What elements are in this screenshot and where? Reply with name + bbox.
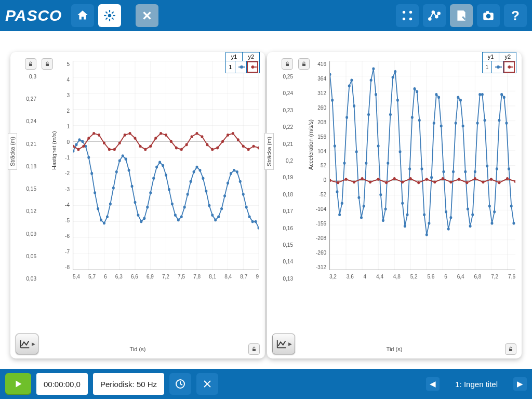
journal-button[interactable]: [450, 4, 473, 27]
svg-point-250: [496, 167, 498, 170]
svg-point-58: [90, 172, 93, 175]
close-page-button[interactable]: [136, 4, 158, 27]
svg-point-212: [404, 224, 406, 228]
svg-point-141: [216, 147, 219, 150]
plot-1[interactable]: Hastighet (m/s) 543210-1-2-3-4-5-6-7-8 5…: [39, 58, 261, 282]
svg-point-115: [82, 145, 85, 148]
svg-point-128: [149, 145, 152, 148]
svg-point-187: [343, 162, 345, 165]
draw-tool-button[interactable]: [423, 4, 446, 27]
svg-point-264: [377, 178, 380, 181]
x-axis-label-2: Tid (s): [387, 346, 403, 352]
svg-point-236: [462, 125, 464, 128]
svg-point-80: [158, 161, 161, 164]
lock-icon[interactable]: [25, 58, 36, 70]
graph-tools-button[interactable]: ▶: [16, 334, 38, 354]
page-title[interactable]: 1: Ingen titel: [455, 380, 498, 389]
svg-point-110: [251, 220, 254, 223]
svg-rect-23: [46, 64, 49, 66]
svg-point-148: [252, 145, 255, 148]
svg-point-200: [375, 93, 377, 96]
sampling-mode-field[interactable]: Periodisk: 50 Hz: [93, 373, 164, 395]
svg-point-244: [481, 93, 484, 96]
lock-icon[interactable]: [282, 58, 293, 70]
svg-point-189: [348, 85, 351, 88]
plot-2[interactable]: Acceleration (m/s/s) 4163643122602081561…: [296, 58, 517, 282]
svg-point-269: [417, 181, 420, 184]
svg-point-270: [425, 178, 428, 181]
svg-point-90: [190, 180, 192, 183]
svg-point-225: [435, 93, 437, 96]
left-aux-axis-1[interactable]: Sträcka (m) 0,30,270,240,210,180,150,120…: [15, 58, 39, 282]
svg-point-87: [180, 215, 183, 218]
prev-page-button[interactable]: ◀: [426, 377, 440, 391]
svg-point-211: [401, 202, 404, 205]
svg-point-234: [457, 96, 459, 99]
svg-point-205: [387, 162, 389, 165]
svg-point-249: [493, 210, 496, 214]
next-page-button[interactable]: ▶: [513, 377, 527, 391]
svg-point-135: [185, 143, 188, 147]
svg-point-243: [478, 93, 481, 96]
svg-point-92: [196, 166, 198, 169]
svg-point-203: [382, 219, 384, 222]
left-aux-axis-2[interactable]: Sträcka (m) 0,250,240,230,220,210,20,190…: [271, 58, 296, 282]
svg-point-97: [211, 214, 214, 217]
svg-point-74: [140, 220, 142, 223]
svg-point-273: [449, 181, 452, 184]
svg-point-255: [508, 167, 510, 170]
svg-point-17: [435, 16, 437, 18]
svg-point-137: [196, 132, 198, 135]
record-button[interactable]: [5, 373, 31, 395]
svg-point-77: [149, 191, 152, 194]
svg-point-20: [486, 14, 491, 19]
svg-point-72: [134, 201, 137, 204]
svg-point-14: [409, 18, 412, 20]
svg-point-201: [377, 144, 380, 148]
svg-point-144: [232, 132, 234, 135]
legend-2[interactable]: y1y2 1: [482, 52, 516, 73]
svg-point-279: [498, 181, 500, 184]
home-button[interactable]: [71, 4, 94, 27]
svg-point-272: [442, 177, 444, 180]
help-button[interactable]: ?: [504, 4, 527, 27]
svg-point-82: [165, 174, 167, 177]
svg-point-67: [118, 159, 121, 162]
svg-point-230: [447, 228, 450, 231]
lock-icon[interactable]: [248, 343, 260, 355]
brand-logo: PASCO: [5, 7, 62, 24]
legend-col-y1: y1: [226, 52, 243, 61]
svg-point-63: [106, 215, 109, 218]
svg-point-229: [445, 210, 447, 214]
svg-rect-150: [252, 349, 256, 352]
svg-point-239: [469, 224, 472, 228]
chart-panel-1: y1y2 1 Sträcka (m) 0,30,270,240,210,180,…: [10, 52, 265, 358]
graph-tools-button[interactable]: ▶: [272, 334, 295, 354]
svg-point-184: [336, 190, 338, 193]
svg-point-109: [248, 215, 251, 218]
camera-button[interactable]: [477, 4, 500, 27]
svg-point-245: [484, 119, 486, 122]
lock-icon[interactable]: [505, 343, 516, 355]
lock-icon[interactable]: [42, 58, 53, 70]
svg-point-237: [464, 170, 467, 174]
svg-point-0: [108, 14, 112, 18]
svg-point-247: [488, 205, 491, 208]
svg-point-204: [384, 207, 387, 210]
svg-point-240: [471, 213, 474, 216]
svg-point-66: [115, 170, 118, 174]
svg-point-182: [331, 99, 334, 102]
svg-point-140: [211, 148, 214, 151]
sampling-options-button[interactable]: [169, 373, 191, 395]
svg-point-232: [452, 170, 455, 174]
svg-point-132: [170, 140, 172, 143]
new-experiment-button[interactable]: [98, 4, 121, 27]
tools-button[interactable]: [196, 373, 218, 395]
share-button[interactable]: [396, 4, 419, 27]
legend-1[interactable]: y1y2 1: [225, 52, 260, 73]
svg-point-93: [198, 169, 201, 172]
svg-point-108: [245, 206, 248, 209]
svg-line-7: [106, 18, 108, 19]
lock-icon[interactable]: [298, 58, 310, 70]
svg-point-199: [372, 68, 375, 71]
